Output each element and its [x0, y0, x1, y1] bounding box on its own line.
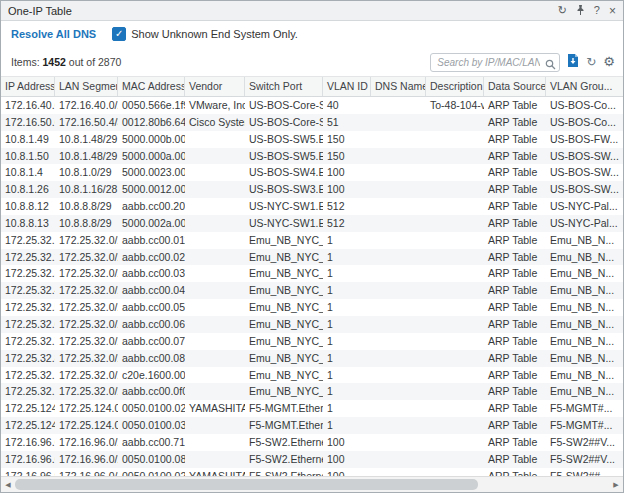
table-row[interactable]: 10.8.8.1210.8.8.8/29aabb.cc00.2000US-NYC… — [1, 198, 623, 215]
table-cell: Emu_NB_NYC_MGMT... — [245, 367, 323, 384]
column-header[interactable]: Data Source — [484, 77, 546, 96]
table-cell: 172.16.40.0/24 — [55, 97, 118, 114]
table-cell: 172.16.40.6 — [1, 97, 55, 114]
table-cell: 172.16.50.6 — [1, 114, 55, 131]
table-row[interactable]: 172.25.124.2172.25.124.0/240050.0100.030… — [1, 417, 623, 434]
table-cell — [185, 383, 245, 400]
column-header[interactable]: IP Address — [1, 77, 55, 96]
table-row[interactable]: 172.16.40.6172.16.40.0/240050.566e.1f99V… — [1, 97, 623, 114]
table-row[interactable]: 172.25.124.1172.25.124.0/240050.0100.020… — [1, 400, 623, 417]
table-cell: 0050.566e.1f99 — [118, 97, 185, 114]
table-row[interactable]: 172.25.32.7172.25.32.0/24aabb.cc00.0713E… — [1, 333, 623, 350]
table-cell: aabb.cc00.0513 — [118, 299, 185, 316]
table-cell — [426, 131, 484, 148]
table-cell — [185, 265, 245, 282]
show-unknown-checkbox[interactable]: ✓ — [112, 27, 126, 41]
refresh-window-icon[interactable]: ↻ — [558, 5, 567, 16]
table-cell: US-NYC-SW1.Etherne... — [245, 215, 323, 232]
search-input[interactable] — [430, 53, 560, 72]
table-row[interactable]: 172.16.96.65172.16.96.0/24aabb.cc00.7100… — [1, 434, 623, 451]
table-tools: ↻ ⚙ — [430, 52, 615, 72]
table-cell: Emu_NB_N... — [546, 333, 623, 350]
table-row[interactable]: 172.25.32.13172.25.32.0/24c20e.1600.0000… — [1, 367, 623, 384]
table-row[interactable]: 172.25.32.6172.25.32.0/24aabb.cc00.0613E… — [1, 316, 623, 333]
column-header[interactable]: Description — [426, 77, 484, 96]
table-cell: 172.25.32.2 — [1, 249, 55, 266]
gear-icon[interactable]: ⚙ — [603, 55, 615, 68]
table-row[interactable]: 172.16.96.66172.16.96.0/240050.0100.0800… — [1, 451, 623, 468]
table-cell: ARP Table — [484, 265, 546, 282]
column-header[interactable]: VLAN Grou... — [546, 77, 623, 96]
export-csv-icon[interactable] — [567, 54, 579, 69]
table-row[interactable]: 172.25.32.8172.25.32.0/24aabb.cc00.0813E… — [1, 350, 623, 367]
scrollbar-thumb[interactable] — [15, 479, 478, 490]
column-header[interactable]: MAC Address — [118, 77, 185, 96]
titlebar-icons: ↻ ? × — [558, 5, 616, 17]
pin-icon[interactable] — [576, 5, 585, 17]
table-cell: 1 — [323, 333, 371, 350]
table-cell: ARP Table — [484, 114, 546, 131]
table-row[interactable]: 10.8.1.4910.8.1.48/295000.000b.0003US-BO… — [1, 131, 623, 148]
table-cell: F5-MGMT#... — [546, 417, 623, 434]
table-cell — [426, 181, 484, 198]
table-row[interactable]: 10.8.8.1310.8.8.8/295000.002a.0000US-NYC… — [1, 215, 623, 232]
table-cell: 100 — [323, 451, 371, 468]
table-cell: 10.8.1.4 — [1, 164, 55, 181]
column-header[interactable]: Switch Port — [245, 77, 323, 96]
table-row[interactable]: 172.25.32.14172.25.32.0/24aabb.cc00.0f00… — [1, 383, 623, 400]
scroll-right-arrow[interactable]: ▶ — [609, 481, 623, 489]
table-cell: 172.16.96.66 — [1, 451, 55, 468]
help-icon[interactable]: ? — [594, 5, 600, 16]
table-cell: Cisco Systems, ... — [185, 114, 245, 131]
table-row[interactable]: 10.8.1.5010.8.1.48/295000.000a.0003US-BO… — [1, 148, 623, 165]
refresh-table-icon[interactable]: ↻ — [586, 56, 596, 68]
one-ip-table-window: One-IP Table ↻ ? × Resolve All DNS ✓ Sho… — [0, 0, 624, 493]
table-row[interactable]: 172.25.32.2172.25.32.0/24aabb.cc00.0213E… — [1, 249, 623, 266]
table-row[interactable]: 172.25.32.4172.25.32.0/24aabb.cc00.0413E… — [1, 282, 623, 299]
table-cell: 10.8.1.0/29 — [55, 164, 118, 181]
table-cell: ARP Table — [484, 282, 546, 299]
table-cell: 150 — [323, 148, 371, 165]
table-cell: 172.16.50.4/30 — [55, 114, 118, 131]
table-cell: 512 — [323, 215, 371, 232]
table-row[interactable]: 10.8.1.2610.8.1.16/285000.0012.0000US-BO… — [1, 181, 623, 198]
horizontal-scrollbar[interactable]: ◀ ▶ — [1, 476, 623, 492]
table-cell: 172.16.96.65 — [1, 434, 55, 451]
resolve-all-dns-button[interactable]: Resolve All DNS — [11, 28, 96, 40]
table-row[interactable]: 172.16.96.92172.16.96.0/240050.0100.0203… — [1, 468, 623, 476]
table-cell — [371, 383, 426, 400]
table-row[interactable]: 172.25.32.3172.25.32.0/24aabb.cc00.0313E… — [1, 265, 623, 282]
scrollbar-track[interactable] — [15, 477, 609, 492]
show-unknown-label[interactable]: Show Unknown End System Only. — [131, 28, 298, 40]
table-cell: US-BOS-FW... — [546, 131, 623, 148]
column-header[interactable]: LAN Segment — [55, 77, 118, 96]
items-count: 1452 — [43, 56, 66, 68]
table-cell: 172.25.124.0/24 — [55, 417, 118, 434]
table-cell: aabb.cc00.0113 — [118, 232, 185, 249]
table-row[interactable]: 172.25.32.5172.25.32.0/24aabb.cc00.0513E… — [1, 299, 623, 316]
table-cell: ARP Table — [484, 97, 546, 114]
table-cell: 172.25.124.2 — [1, 417, 55, 434]
table-row[interactable]: 172.25.32.1172.25.32.0/24aabb.cc00.0113E… — [1, 232, 623, 249]
table-cell: ARP Table — [484, 383, 546, 400]
table-row[interactable]: 10.8.1.410.8.1.0/295000.0023.0000US-BOS-… — [1, 164, 623, 181]
table-cell: F5-SW2.Ethernet0/3 — [245, 434, 323, 451]
table-cell: Emu_NB_NYC_MGMT... — [245, 350, 323, 367]
column-header[interactable]: Vendor — [185, 77, 245, 96]
table-cell: 10.8.1.16/28 — [55, 181, 118, 198]
table-cell: 10.8.1.48/29 — [55, 148, 118, 165]
table-cell: US-BOS-SW5.Etherne... — [245, 148, 323, 165]
table-cell: YAMASHITA SYS... — [185, 400, 245, 417]
table-cell — [371, 148, 426, 165]
column-header[interactable]: DNS Name — [371, 77, 426, 96]
table-cell — [185, 164, 245, 181]
search-icon[interactable] — [545, 56, 556, 74]
table-row[interactable]: 172.16.50.6172.16.50.4/300012.80b6.6401C… — [1, 114, 623, 131]
table-cell: 1 — [323, 282, 371, 299]
column-header[interactable]: VLAN ID — [323, 77, 371, 96]
table-cell — [371, 97, 426, 114]
scroll-left-arrow[interactable]: ◀ — [1, 481, 15, 489]
close-icon[interactable]: × — [609, 5, 616, 17]
table-cell — [426, 232, 484, 249]
table-cell — [185, 282, 245, 299]
